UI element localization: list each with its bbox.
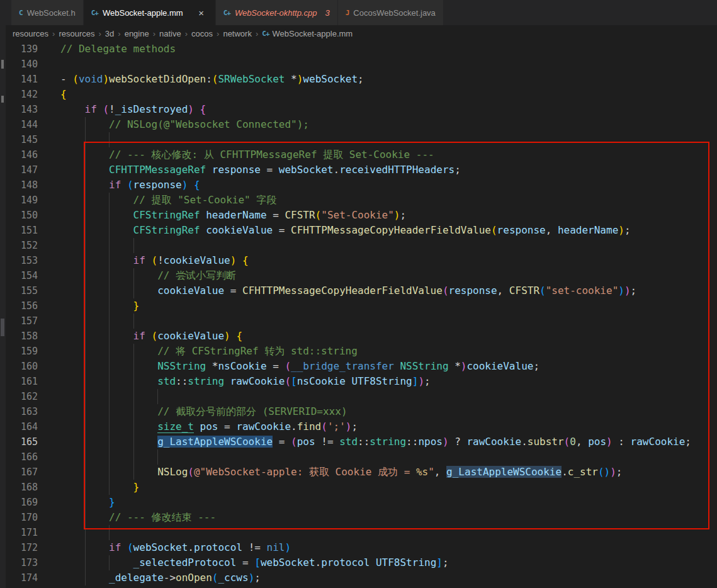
breadcrumb-item-engine[interactable]: engine — [125, 29, 149, 38]
code-line-141[interactable]: 141- (void)webSocketDidOpen:(SRWebSocket… — [0, 72, 717, 87]
line-number[interactable]: 175 — [0, 585, 60, 588]
breadcrumb-item-native[interactable]: native — [159, 29, 181, 38]
line-number[interactable]: 142 — [0, 87, 60, 102]
breadcrumb-item-cocos[interactable]: cocos — [191, 29, 213, 38]
line-number[interactable]: 149 — [0, 193, 60, 208]
line-number[interactable]: 158 — [0, 329, 60, 344]
line-number[interactable]: 171 — [0, 525, 60, 540]
line-number[interactable]: 167 — [0, 465, 60, 480]
code-line-161[interactable]: 161 std::string rawCookie([nsCookie UTF8… — [0, 374, 717, 389]
code-line-content: // --- 核心修改: 从 CFHTTPMessageRef 提取 Set-C… — [60, 147, 717, 162]
breadcrumb-item-resources[interactable]: resources — [13, 29, 48, 38]
code-line-content — [60, 525, 717, 540]
code-line-152[interactable]: 152 — [0, 238, 717, 253]
code-line-173[interactable]: 173 _selectedProtocol = [webSocket.proto… — [0, 555, 717, 570]
code-line-155[interactable]: 155 cookieValue = CFHTTPMessageCopyHeade… — [0, 283, 717, 298]
line-number[interactable]: 172 — [0, 540, 60, 555]
code-line-169[interactable]: 169 } — [0, 495, 717, 510]
line-number[interactable]: 161 — [0, 374, 60, 389]
close-icon[interactable]: × — [195, 6, 208, 19]
line-number[interactable]: 143 — [0, 102, 60, 117]
line-number[interactable]: 162 — [0, 389, 60, 404]
code-line-142[interactable]: 142{ — [0, 87, 717, 102]
code-line-content: g_LastAppleWSCookie = (pos != std::strin… — [60, 434, 717, 449]
code-line-content: NSLog(@"WebSocket-apple: 获取 Cookie 成功 = … — [60, 465, 717, 480]
code-line-170[interactable]: 170 // --- 修改结束 --- — [0, 510, 717, 525]
tab-websocket-h[interactable]: CWebSocket.h — [11, 0, 84, 25]
line-number[interactable]: 169 — [0, 495, 60, 510]
code-line-144[interactable]: 144 // NSLog(@"Websocket Connected"); — [0, 117, 717, 132]
line-number[interactable]: 139 — [0, 42, 60, 57]
code-line-167[interactable]: 167 NSLog(@"WebSocket-apple: 获取 Cookie 成… — [0, 465, 717, 480]
line-number[interactable]: 165 — [0, 434, 60, 449]
line-number[interactable]: 156 — [0, 298, 60, 314]
breadcrumb-item-network[interactable]: network — [223, 29, 252, 38]
line-number[interactable]: 174 — [0, 570, 60, 585]
tab-websocket-apple-mm[interactable]: C+WebSocket-apple.mm× — [84, 0, 216, 25]
code-line-154[interactable]: 154 // 尝试小写判断 — [0, 268, 717, 283]
code-line-148[interactable]: 148 if (response) { — [0, 178, 717, 193]
line-number[interactable]: 151 — [0, 223, 60, 238]
line-number[interactable]: 155 — [0, 283, 60, 298]
breadcrumb-item-3d[interactable]: 3d — [105, 29, 114, 38]
line-number[interactable]: 159 — [0, 344, 60, 359]
code-line-146[interactable]: 146 // --- 核心修改: 从 CFHTTPMessageRef 提取 S… — [0, 147, 717, 162]
code-line-168[interactable]: 168 } — [0, 480, 717, 495]
code-line-163[interactable]: 163 // 截取分号前的部分 (SERVERID=xxx) — [0, 404, 717, 419]
tab-websocket-okhttp-cpp[interactable]: C+WebSocket-okhttp.cpp3 — [216, 0, 338, 25]
editor[interactable]: 139// Delegate methods140141- (void)webS… — [0, 42, 717, 588]
line-number[interactable]: 154 — [0, 268, 60, 283]
code-line-175[interactable]: 175 } — [0, 585, 717, 588]
line-number[interactable]: 140 — [0, 57, 60, 72]
code-line-162[interactable]: 162 — [0, 389, 717, 404]
code-line-153[interactable]: 153 if (!cookieValue) { — [0, 253, 717, 268]
line-number[interactable]: 145 — [0, 132, 60, 147]
code-line-172[interactable]: 172 if (webSocket.protocol != nil) — [0, 540, 717, 555]
indent-guide — [133, 238, 134, 253]
indent-guide — [85, 389, 86, 404]
line-number[interactable]: 150 — [0, 208, 60, 223]
code-line-164[interactable]: 164 size_t pos = rawCookie.find(';'); — [0, 419, 717, 434]
line-number[interactable]: 157 — [0, 314, 60, 329]
code-line-145[interactable]: 145 — [0, 132, 717, 147]
line-number[interactable]: 168 — [0, 480, 60, 495]
code-line-157[interactable]: 157 — [0, 314, 717, 329]
line-number[interactable]: 141 — [0, 72, 60, 87]
scrollbar-thumb[interactable] — [1, 319, 4, 336]
code-line-139[interactable]: 139// Delegate methods — [0, 42, 717, 57]
tab-cocoswebsocket-java[interactable]: JCocosWebSocket.java — [338, 0, 444, 25]
code-line-165[interactable]: 165 g_LastAppleWSCookie = (pos != std::s… — [0, 434, 717, 449]
breadcrumb-item-file[interactable]: C+WebSocket-apple.mm — [262, 29, 353, 38]
line-number[interactable]: 148 — [0, 178, 60, 193]
code-line-156[interactable]: 156 } — [0, 298, 717, 314]
code-line-149[interactable]: 149 // 提取 "Set-Cookie" 字段 — [0, 193, 717, 208]
line-number[interactable]: 146 — [0, 147, 60, 162]
code-line-171[interactable]: 171 — [0, 525, 717, 540]
line-number[interactable]: 147 — [0, 162, 60, 178]
line-number[interactable]: 173 — [0, 555, 60, 570]
code-line-content: // NSLog(@"Websocket Connected"); — [60, 117, 717, 132]
line-number[interactable]: 170 — [0, 510, 60, 525]
code-line-151[interactable]: 151 CFStringRef cookieValue = CFHTTPMess… — [0, 223, 717, 238]
line-number[interactable]: 144 — [0, 117, 60, 132]
indent-guide — [85, 132, 86, 147]
line-number[interactable]: 166 — [0, 449, 60, 465]
code-line-160[interactable]: 160 NSString *nsCookie = (__bridge_trans… — [0, 359, 717, 374]
code-line-143[interactable]: 143 if (!_isDestroyed) { — [0, 102, 717, 117]
breadcrumb-item-resources[interactable]: resources — [59, 29, 94, 38]
code-line-140[interactable]: 140 — [0, 57, 717, 72]
left-panel-sliver — [0, 25, 6, 588]
objcpp-file-icon: C+ — [262, 30, 269, 38]
code-line-158[interactable]: 158 if (cookieValue) { — [0, 329, 717, 344]
code-line-150[interactable]: 150 CFStringRef headerName = CFSTR("Set-… — [0, 208, 717, 223]
line-number[interactable]: 163 — [0, 404, 60, 419]
code-line-174[interactable]: 174 _delegate->onOpen(_ccws); — [0, 570, 717, 585]
line-number[interactable]: 164 — [0, 419, 60, 434]
code-line-166[interactable]: 166 — [0, 449, 717, 465]
line-number[interactable]: 153 — [0, 253, 60, 268]
line-number[interactable]: 160 — [0, 359, 60, 374]
code-area[interactable]: 139// Delegate methods140141- (void)webS… — [0, 42, 717, 588]
code-line-147[interactable]: 147 CFHTTPMessageRef response = webSocke… — [0, 162, 717, 178]
code-line-159[interactable]: 159 // 将 CFStringRef 转为 std::string — [0, 344, 717, 359]
line-number[interactable]: 152 — [0, 238, 60, 253]
